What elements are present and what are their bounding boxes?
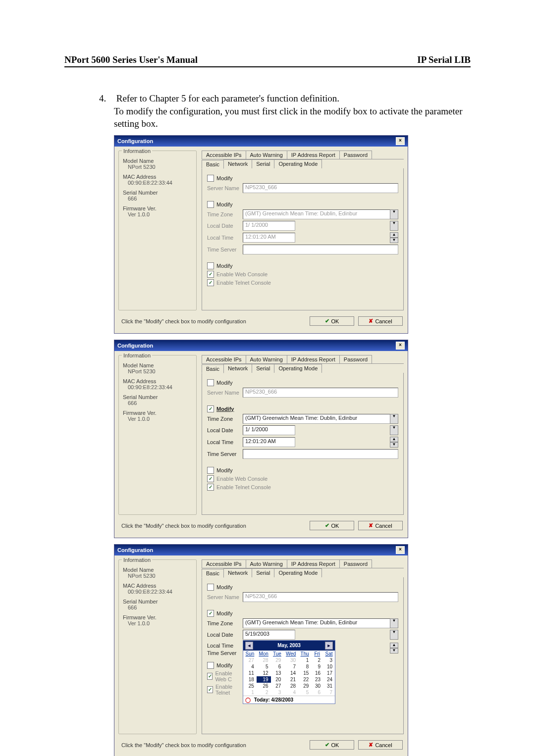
calendar-day[interactable]: 30 xyxy=(311,683,323,689)
calendar-day[interactable]: 17 xyxy=(323,670,335,676)
enable-web-console-checkbox[interactable] xyxy=(207,475,214,482)
modify-time-checkbox[interactable] xyxy=(207,201,214,208)
modify-server-name-checkbox[interactable] xyxy=(207,379,214,386)
tab-auto-warning[interactable]: Auto Warning xyxy=(246,355,287,363)
calendar-day[interactable]: 30 xyxy=(283,657,298,663)
time-zone-combo[interactable]: (GMT) Greenwich Mean Time: Dublin, Edinb… xyxy=(243,414,390,424)
calendar-day[interactable]: 4 xyxy=(243,663,257,670)
calendar-prev-month-icon[interactable]: ◄ xyxy=(245,642,253,650)
tab-password[interactable]: Password xyxy=(339,559,372,568)
calendar-day[interactable]: 27 xyxy=(271,683,284,689)
tab-accessible-ips[interactable]: Accessible IPs xyxy=(202,355,246,363)
calendar-day[interactable]: 14 xyxy=(283,670,298,676)
time-zone-combo[interactable]: (GMT) Greenwich Mean Time: Dublin, Edinb… xyxy=(243,618,390,628)
ok-button[interactable]: ✔OK xyxy=(310,521,354,530)
calendar-day[interactable]: 12 xyxy=(257,670,271,676)
local-date-input[interactable]: 1/ 1/2000 xyxy=(243,221,295,231)
calendar-day[interactable]: 1 xyxy=(243,689,257,696)
calendar-day[interactable]: 10 xyxy=(323,663,335,670)
tab-serial[interactable]: Serial xyxy=(252,364,274,373)
tab-basic[interactable]: Basic xyxy=(202,364,224,373)
tab-operating-mode[interactable]: Operating Mode xyxy=(274,364,322,373)
calendar-day[interactable]: 5 xyxy=(257,663,271,670)
cancel-button[interactable]: ✘Cancel xyxy=(358,521,403,530)
close-icon[interactable]: × xyxy=(396,137,405,145)
calendar-day-selected[interactable]: 19 xyxy=(257,676,271,683)
tab-auto-warning[interactable]: Auto Warning xyxy=(246,151,287,159)
calendar-day[interactable]: 5 xyxy=(298,689,311,696)
close-icon[interactable]: × xyxy=(396,546,405,554)
calendar-day[interactable]: 9 xyxy=(311,663,323,670)
calendar-day[interactable]: 24 xyxy=(323,676,335,683)
calendar-day[interactable]: 27 xyxy=(243,657,257,663)
modify-console-checkbox[interactable] xyxy=(207,662,214,669)
modify-server-name-checkbox[interactable] xyxy=(207,175,214,182)
chevron-down-icon[interactable]: ▼ xyxy=(390,630,398,640)
tab-ip-address-report[interactable]: IP Address Report xyxy=(287,559,340,568)
spin-down-icon[interactable]: ▼ xyxy=(390,238,398,243)
calendar-day[interactable]: 28 xyxy=(283,683,298,689)
calendar-day[interactable]: 22 xyxy=(298,676,311,683)
calendar-day[interactable]: 16 xyxy=(311,670,323,676)
ok-button[interactable]: ✔OK xyxy=(310,740,354,750)
tab-ip-address-report[interactable]: IP Address Report xyxy=(287,151,340,159)
tab-network[interactable]: Network xyxy=(223,364,252,373)
tab-network[interactable]: Network xyxy=(223,159,252,168)
tab-auto-warning[interactable]: Auto Warning xyxy=(246,559,287,568)
local-time-input[interactable]: 12:01:20 AM xyxy=(243,233,295,243)
calendar-day[interactable]: 6 xyxy=(271,663,284,670)
chevron-down-icon[interactable]: ▼ xyxy=(390,414,398,424)
spin-up-icon[interactable]: ▲ xyxy=(390,643,398,648)
modify-server-name-checkbox[interactable] xyxy=(207,584,214,591)
calendar-day[interactable]: 7 xyxy=(283,663,298,670)
calendar-day[interactable]: 6 xyxy=(311,689,323,696)
calendar-day[interactable]: 1 xyxy=(298,657,311,663)
spin-up-icon[interactable]: ▲ xyxy=(390,437,398,442)
calendar-day[interactable]: 29 xyxy=(271,657,284,663)
calendar-next-month-icon[interactable]: ► xyxy=(325,642,333,650)
calendar-day[interactable]: 2 xyxy=(311,657,323,663)
calendar-day[interactable]: 13 xyxy=(271,670,284,676)
calendar-day[interactable]: 3 xyxy=(323,657,335,663)
cancel-button[interactable]: ✘Cancel xyxy=(358,316,403,326)
calendar-day[interactable]: 31 xyxy=(323,683,335,689)
server-name-input[interactable]: NP5230_666 xyxy=(243,592,398,602)
tab-operating-mode[interactable]: Operating Mode xyxy=(274,568,322,577)
calendar-day[interactable]: 18 xyxy=(243,676,257,683)
server-name-input[interactable]: NP5230_666 xyxy=(243,388,398,398)
calendar-day[interactable]: 2 xyxy=(257,689,271,696)
calendar-day[interactable]: 28 xyxy=(257,657,271,663)
chevron-down-icon[interactable]: ▼ xyxy=(390,209,398,219)
ok-button[interactable]: ✔OK xyxy=(310,316,354,326)
enable-web-console-checkbox[interactable] xyxy=(207,673,213,680)
tab-password[interactable]: Password xyxy=(339,355,372,363)
local-date-input[interactable]: 1/ 1/2000 xyxy=(243,425,295,435)
chevron-down-icon[interactable]: ▼ xyxy=(390,425,398,435)
time-zone-combo[interactable]: (GMT) Greenwich Mean Time: Dublin, Edinb… xyxy=(243,209,390,219)
tab-serial[interactable]: Serial xyxy=(252,159,274,168)
enable-telnet-console-checkbox[interactable] xyxy=(207,279,214,286)
time-server-input[interactable] xyxy=(243,245,398,254)
tab-operating-mode[interactable]: Operating Mode xyxy=(274,159,322,168)
calendar-day[interactable]: 4 xyxy=(283,689,298,696)
modify-time-checkbox[interactable] xyxy=(207,610,214,617)
calendar-day[interactable]: 23 xyxy=(311,676,323,683)
time-server-input[interactable] xyxy=(243,449,398,459)
local-time-input[interactable]: 12:01:20 AM xyxy=(243,437,295,447)
enable-web-console-checkbox[interactable] xyxy=(207,271,214,278)
tab-basic[interactable]: Basic xyxy=(202,160,224,169)
calendar-day[interactable]: 21 xyxy=(283,676,298,683)
modify-time-checkbox[interactable] xyxy=(207,405,214,412)
tab-password[interactable]: Password xyxy=(339,151,372,159)
modify-console-checkbox[interactable] xyxy=(207,467,214,474)
calendar-day[interactable]: 15 xyxy=(298,670,311,676)
calendar-day[interactable]: 11 xyxy=(243,670,257,676)
cancel-button[interactable]: ✘Cancel xyxy=(358,740,403,750)
enable-telnet-console-checkbox[interactable] xyxy=(207,686,213,693)
calendar-day[interactable]: 8 xyxy=(298,663,311,670)
server-name-input[interactable]: NP5230_666 xyxy=(243,183,398,193)
spin-down-icon[interactable]: ▼ xyxy=(390,442,398,448)
calendar-day[interactable]: 20 xyxy=(271,676,284,683)
tab-accessible-ips[interactable]: Accessible IPs xyxy=(202,151,246,159)
tab-basic[interactable]: Basic xyxy=(202,569,224,578)
